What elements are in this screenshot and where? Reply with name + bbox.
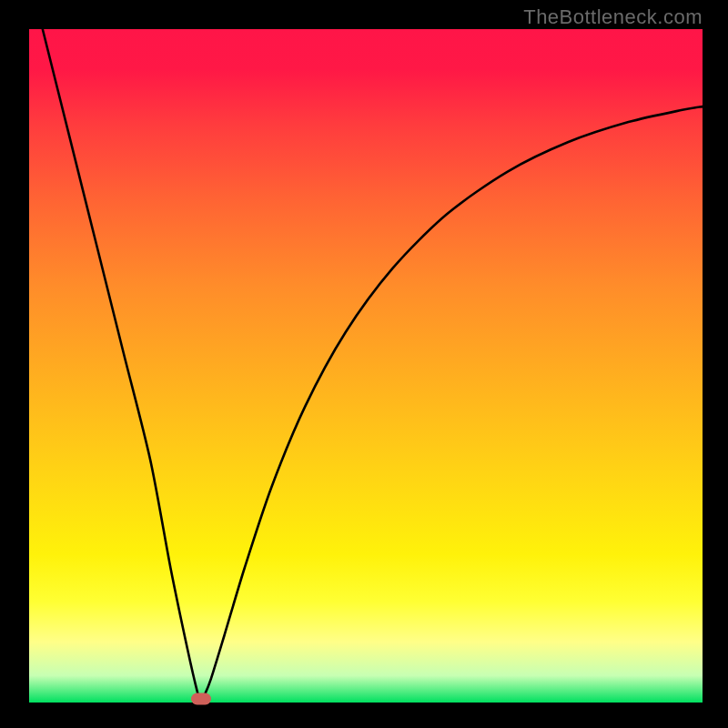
chart-frame: TheBottleneck.com	[0, 0, 728, 728]
curve-layer	[29, 29, 703, 703]
plot-curve	[43, 29, 703, 702]
minimum-marker	[191, 693, 211, 705]
plot-area	[29, 29, 703, 703]
watermark: TheBottleneck.com	[523, 5, 703, 29]
